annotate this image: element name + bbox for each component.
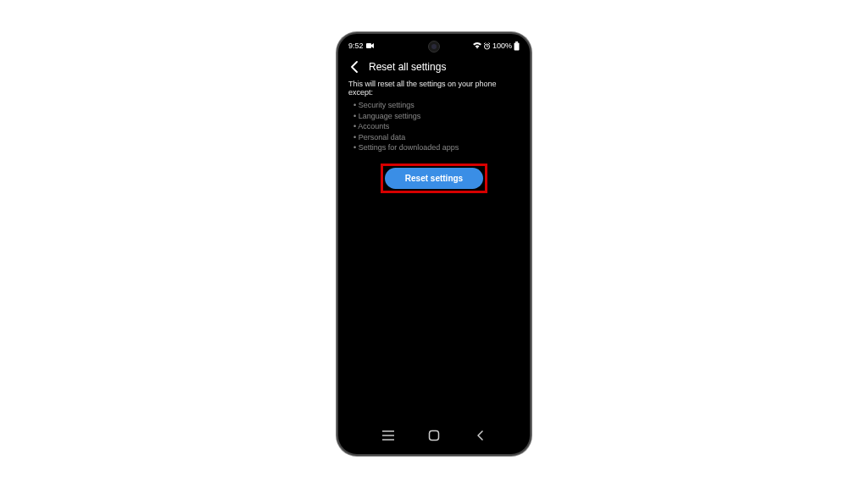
power-button xyxy=(531,203,531,237)
back-button[interactable] xyxy=(348,61,360,73)
video-icon xyxy=(366,42,375,49)
recents-button[interactable] xyxy=(380,427,397,444)
list-item: Accounts xyxy=(353,121,520,132)
status-time: 9:52 xyxy=(348,42,364,50)
list-item: Personal data xyxy=(353,132,520,143)
battery-icon xyxy=(514,42,520,51)
svg-rect-8 xyxy=(430,431,439,441)
status-battery-pct: 100% xyxy=(492,42,512,50)
alarm-icon xyxy=(483,42,491,50)
nav-back-button[interactable] xyxy=(471,427,488,444)
screen: 9:52 100% Reset xyxy=(340,36,528,452)
exceptions-list: Security settings Language settings Acco… xyxy=(348,100,520,153)
list-item: Security settings xyxy=(353,100,520,111)
camera-notch xyxy=(428,41,440,53)
navigation-bar xyxy=(340,424,528,452)
reset-settings-button[interactable]: Reset settings xyxy=(385,168,483,189)
content: This will reset all the settings on your… xyxy=(340,80,528,193)
description-text: This will reset all the settings on your… xyxy=(348,80,520,97)
wifi-icon xyxy=(473,42,481,49)
header: Reset all settings xyxy=(340,56,528,80)
svg-rect-3 xyxy=(515,42,518,43)
list-item: Settings for downloaded apps xyxy=(353,142,520,153)
svg-rect-4 xyxy=(515,42,520,50)
highlight-box: Reset settings xyxy=(381,164,487,193)
list-item: Language settings xyxy=(353,111,520,122)
phone-frame: 9:52 100% Reset xyxy=(337,32,531,456)
svg-point-1 xyxy=(476,47,478,49)
page-title: Reset all settings xyxy=(369,61,446,73)
home-button[interactable] xyxy=(426,427,442,444)
volume-button xyxy=(531,119,531,169)
svg-rect-0 xyxy=(366,43,371,48)
